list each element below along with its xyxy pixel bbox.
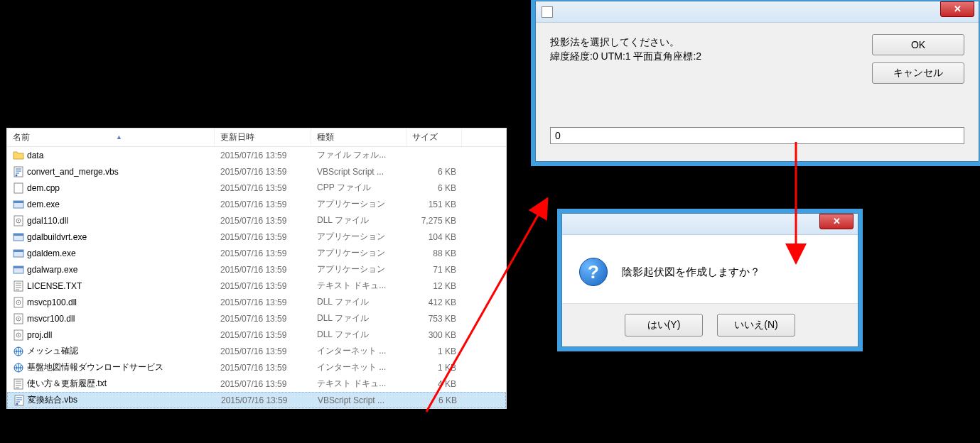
file-size: 1 KB <box>406 361 462 374</box>
file-size: 1 KB <box>406 345 462 358</box>
file-size: 6 KB <box>406 165 462 178</box>
ok-button[interactable]: OK <box>872 34 964 55</box>
file-row[interactable]: convert_and_merge.vbs2015/07/16 13:59VBS… <box>7 163 506 180</box>
file-name: msvcp100.dll <box>27 297 77 307</box>
file-size: 12 KB <box>406 280 462 292</box>
file-size: 6 KB <box>407 394 463 407</box>
file-size: 6 KB <box>406 182 462 195</box>
file-type: インターネット ... <box>311 360 406 375</box>
yes-button[interactable]: はい(Y) <box>625 314 703 337</box>
svg-point-20 <box>18 318 19 319</box>
file-row[interactable]: data2015/07/16 13:59ファイル フォル... <box>7 147 506 163</box>
file-name: dem.exe <box>27 199 60 209</box>
file-name: convert_and_merge.vbs <box>27 167 119 177</box>
file-size <box>406 154 462 157</box>
file-row[interactable]: 基盤地図情報ダウンロードサービス2015/07/16 13:59インターネット … <box>7 359 506 376</box>
dll-icon <box>13 215 24 226</box>
file-size: 753 KB <box>406 312 462 325</box>
file-type: アプリケーション <box>311 197 406 212</box>
column-size[interactable]: サイズ <box>406 128 462 146</box>
file-row[interactable]: 使い方＆更新履歴.txt2015/07/16 13:59テキスト ドキュ...4… <box>7 376 506 392</box>
file-name: 使い方＆更新履歴.txt <box>27 378 107 390</box>
file-date: 2015/07/16 13:59 <box>215 361 311 374</box>
txt-icon <box>13 378 24 390</box>
file-type: テキスト ドキュ... <box>311 376 406 391</box>
svg-point-1 <box>16 174 18 176</box>
file-size: 412 KB <box>406 296 462 309</box>
file-type: アプリケーション <box>311 229 406 244</box>
html-icon <box>13 362 24 373</box>
file-row[interactable]: gdalwarp.exe2015/07/16 13:59アプリケーション71 K… <box>7 261 506 278</box>
file-size: 151 KB <box>406 198 462 211</box>
close-button[interactable]: ✕ <box>819 214 854 229</box>
file-name: メッシュ確認 <box>27 345 78 357</box>
file-row[interactable]: メッシュ確認2015/07/16 13:59インターネット ...1 KB <box>7 343 506 359</box>
message-text: 陰影起伏図を作成しますか？ <box>622 266 760 279</box>
file-name: gdalbuildvrt.exe <box>27 232 87 242</box>
close-button[interactable]: ✕ <box>940 1 974 17</box>
file-type: インターネット ... <box>311 344 406 359</box>
file-row[interactable]: LICENSE.TXT2015/07/16 13:59テキスト ドキュ...12… <box>7 278 506 294</box>
cancel-button[interactable]: キャンセル <box>872 62 964 84</box>
folder-icon <box>13 150 24 161</box>
titlebar[interactable]: ✕ <box>562 214 858 235</box>
file-date: 2015/07/16 13:59 <box>215 394 312 407</box>
file-date: 2015/07/16 13:59 <box>215 296 311 309</box>
file-row[interactable]: gdal110.dll2015/07/16 13:59DLL ファイル7,275… <box>7 212 506 229</box>
svg-point-7 <box>18 220 19 222</box>
file-row[interactable]: dem.exe2015/07/16 13:59アプリケーション151 KB <box>7 196 506 212</box>
file-row[interactable]: msvcp100.dll2015/07/16 13:59DLL ファイル412 … <box>7 294 506 310</box>
exe-icon <box>13 231 24 243</box>
file-type: DLL ファイル <box>311 327 406 342</box>
file-date: 2015/07/16 13:59 <box>215 149 311 162</box>
html-icon <box>13 346 24 357</box>
file-type: アプリケーション <box>311 262 406 277</box>
column-header-row: 名前 ▲ 更新日時 種類 サイズ <box>7 128 506 147</box>
exe-icon <box>13 248 24 259</box>
txt-icon <box>13 280 24 292</box>
svg-point-23 <box>18 334 19 336</box>
msgbox-dialog: ✕ ? 陰影起伏図を作成しますか？ はい(Y) いいえ(N) <box>561 213 858 347</box>
file-size: 7,275 KB <box>406 214 462 227</box>
dll-icon <box>13 329 24 341</box>
column-date[interactable]: 更新日時 <box>215 128 311 146</box>
file-row[interactable]: dem.cpp2015/07/16 13:59CPP ファイル6 KB <box>7 180 506 196</box>
file-type: ファイル フォル... <box>311 148 406 163</box>
file-type: VBScript Script ... <box>312 394 407 407</box>
titlebar[interactable]: ✕ <box>536 1 979 23</box>
file-explorer: 名前 ▲ 更新日時 種類 サイズ data2015/07/16 13:59ファイ… <box>6 128 507 409</box>
file-name: proj.dll <box>27 330 52 340</box>
file-name: dem.cpp <box>27 183 60 193</box>
file-name: msvcr100.dll <box>27 314 75 324</box>
file-size: 300 KB <box>406 329 462 341</box>
sort-asc-icon: ▲ <box>116 133 122 141</box>
file-row[interactable]: gdaldem.exe2015/07/16 13:59アプリケーション88 KB <box>7 245 506 261</box>
file-date: 2015/07/16 13:59 <box>215 231 311 244</box>
vbs-icon <box>13 166 24 177</box>
svg-point-17 <box>18 302 19 303</box>
file-date: 2015/07/16 13:59 <box>215 198 311 211</box>
app-icon <box>542 6 553 18</box>
vbs-icon <box>14 395 25 406</box>
file-icon <box>13 182 24 194</box>
column-type[interactable]: 種類 <box>311 128 406 146</box>
projection-input[interactable] <box>550 127 964 144</box>
file-row[interactable]: proj.dll2015/07/16 13:59DLL ファイル300 KB <box>7 327 506 343</box>
column-name[interactable]: 名前 ▲ <box>7 128 215 146</box>
file-date: 2015/07/16 13:59 <box>215 247 311 260</box>
exe-icon <box>13 199 24 210</box>
file-date: 2015/07/16 13:59 <box>215 214 311 227</box>
file-row[interactable]: msvcr100.dll2015/07/16 13:59DLL ファイル753 … <box>7 310 506 327</box>
file-date: 2015/07/16 13:59 <box>215 182 311 195</box>
file-type: DLL ファイル <box>311 213 406 228</box>
file-date: 2015/07/16 13:59 <box>215 280 311 292</box>
file-size: 71 KB <box>406 263 462 276</box>
file-date: 2015/07/16 13:59 <box>215 378 311 390</box>
svg-point-28 <box>16 403 18 405</box>
file-date: 2015/07/16 13:59 <box>215 329 311 341</box>
file-name: LICENSE.TXT <box>27 281 82 291</box>
file-name: gdalwarp.exe <box>27 265 77 275</box>
file-row[interactable]: gdalbuildvrt.exe2015/07/16 13:59アプリケーション… <box>7 229 506 245</box>
file-row[interactable]: 変換結合.vbs2015/07/16 13:59VBScript Script … <box>7 392 506 408</box>
no-button[interactable]: いいえ(N) <box>717 314 795 337</box>
